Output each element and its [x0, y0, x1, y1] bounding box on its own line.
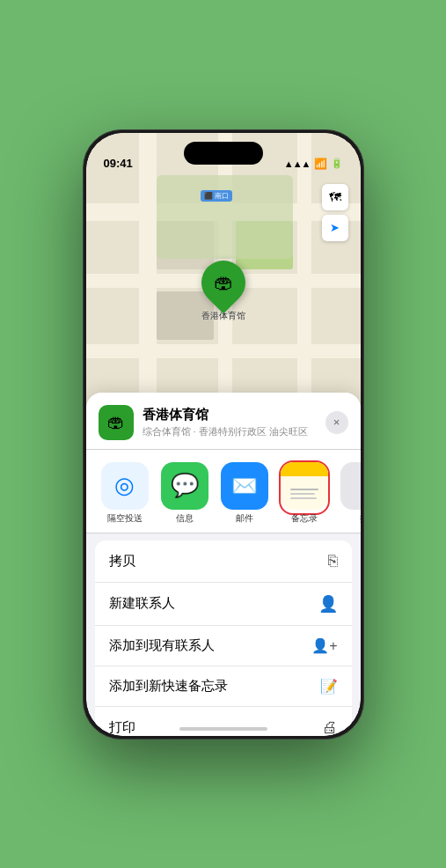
- map-type-button[interactable]: 🗺: [322, 184, 348, 210]
- location-button[interactable]: ➤: [322, 215, 348, 241]
- person-add-icon: 👤+: [311, 637, 337, 654]
- venue-subtitle: 综合体育馆 · 香港特别行政区 油尖旺区: [143, 425, 318, 438]
- map-type-icon: 🗺: [329, 190, 341, 204]
- status-icons: ▲▲▲ 📶 🔋: [284, 158, 343, 170]
- sheet-header: 🏟 香港体育馆 综合体育馆 · 香港特别行政区 油尖旺区 ×: [86, 393, 361, 450]
- action-quick-note[interactable]: 添加到新快速备忘录 📝: [95, 666, 352, 707]
- status-time: 09:41: [104, 157, 133, 170]
- screen: 09:41 ▲▲▲ 📶 🔋: [86, 133, 361, 736]
- location-icon: ➤: [330, 221, 340, 234]
- action-new-contact[interactable]: 新建联系人 👤: [95, 583, 352, 626]
- mail-icon-wrap: ✉️: [221, 462, 268, 510]
- close-button[interactable]: ×: [325, 411, 348, 434]
- map-label-icon: ⬛: [204, 192, 213, 200]
- stadium-icon: 🏟: [214, 271, 233, 294]
- venue-name: 香港体育馆: [143, 407, 318, 423]
- action-add-contact[interactable]: 添加到现有联系人 👤+: [95, 626, 352, 666]
- dynamic-island: [184, 142, 263, 165]
- copy-icon: ⎘: [328, 552, 338, 570]
- action-list: 拷贝 ⎘ 新建联系人 👤 添加到现有联系人 👤+ 添加到新快速备忘录 📝: [95, 541, 352, 736]
- airdrop-label: 隔空投送: [107, 513, 143, 524]
- signal-icon: ▲▲▲: [284, 158, 311, 169]
- action-print-label: 打印: [109, 719, 135, 736]
- action-quick-note-label: 添加到新快速备忘录: [109, 678, 228, 695]
- venue-emoji: 🏟: [107, 412, 125, 432]
- more-icon-wrap: [340, 462, 361, 510]
- airdrop-icon-wrap: ◎: [101, 462, 149, 510]
- stadium-pin: 🏟 香港体育馆: [201, 261, 245, 322]
- wifi-icon: 📶: [314, 158, 327, 170]
- action-new-contact-label: 新建联系人: [109, 595, 175, 612]
- phone-frame: 09:41 ▲▲▲ 📶 🔋: [83, 129, 364, 739]
- mail-icon: ✉️: [231, 474, 258, 498]
- messages-icon: 💬: [171, 472, 199, 499]
- app-mail[interactable]: ✉️ 邮件: [218, 462, 271, 524]
- app-more[interactable]: 推: [338, 462, 361, 524]
- action-copy-label: 拷贝: [109, 553, 135, 570]
- notes-lines: [285, 485, 324, 503]
- action-print[interactable]: 打印 🖨: [95, 707, 352, 736]
- print-icon: 🖨: [322, 718, 338, 736]
- messages-icon-wrap: 💬: [161, 462, 208, 510]
- bottom-sheet: 🏟 香港体育馆 综合体育馆 · 香港特别行政区 油尖旺区 × ◎: [86, 393, 361, 736]
- person-icon: 👤: [318, 594, 338, 614]
- venue-info: 香港体育馆 综合体育馆 · 香港特别行政区 油尖旺区: [143, 407, 318, 438]
- mail-label: 邮件: [236, 513, 253, 524]
- map-controls: 🗺 ➤: [322, 184, 348, 241]
- map-label: ⬛ 南口: [201, 186, 232, 202]
- notes-line-1: [290, 489, 318, 490]
- notes-line-3: [290, 497, 317, 499]
- app-messages[interactable]: 💬 信息: [158, 462, 211, 524]
- map-label-text: 南口: [215, 191, 229, 201]
- notes-label: 备忘录: [291, 513, 318, 524]
- battery-icon: 🔋: [331, 158, 343, 169]
- action-copy[interactable]: 拷贝 ⎘: [95, 541, 352, 583]
- app-notes[interactable]: 备忘录: [278, 462, 331, 524]
- apps-row: ◎ 隔空投送 💬 信息: [99, 462, 348, 524]
- messages-label: 信息: [176, 513, 194, 524]
- home-indicator: [179, 727, 267, 731]
- airdrop-icon: ◎: [114, 472, 135, 499]
- venue-icon: 🏟: [99, 405, 134, 440]
- map-area: ⬛ 南口 🏟 香港体育馆 🗺 ➤: [86, 133, 361, 432]
- action-add-contact-label: 添加到现有联系人: [109, 637, 215, 654]
- apps-scroll: ◎ 隔空投送 💬 信息: [86, 450, 361, 533]
- note-icon: 📝: [320, 678, 338, 695]
- notes-icon-wrap: [281, 462, 328, 510]
- app-airdrop[interactable]: ◎ 隔空投送: [99, 462, 151, 524]
- notes-line-2: [290, 493, 315, 495]
- more-label: 推: [360, 513, 361, 524]
